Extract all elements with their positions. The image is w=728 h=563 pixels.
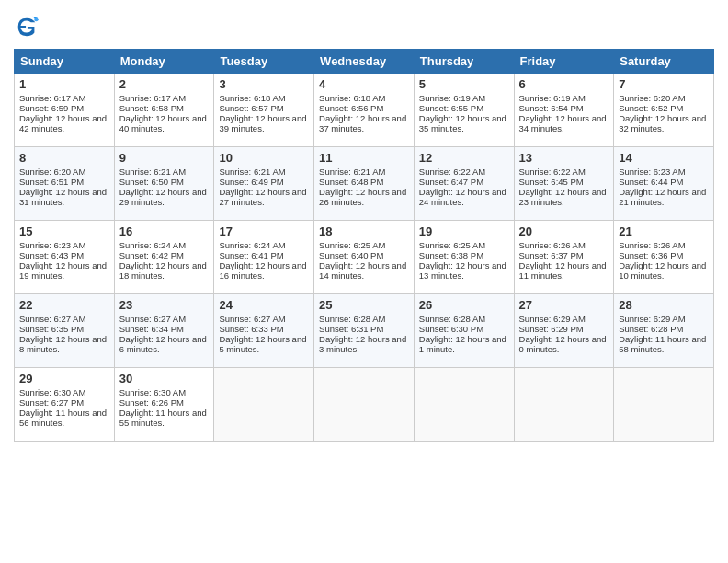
daylight-text: Daylight: 12 hours and 13 minutes. <box>419 260 506 281</box>
calendar-week-row: 15Sunrise: 6:23 AMSunset: 6:43 PMDayligh… <box>15 221 714 294</box>
sunset-text: Sunset: 6:50 PM <box>119 177 184 187</box>
calendar-day-cell: 4Sunrise: 6:18 AMSunset: 6:56 PMDaylight… <box>314 74 415 147</box>
logo-icon <box>14 14 40 40</box>
day-number: 17 <box>219 224 309 238</box>
day-number: 26 <box>419 298 509 312</box>
sunset-text: Sunset: 6:44 PM <box>619 177 683 187</box>
sunset-text: Sunset: 6:42 PM <box>119 250 184 260</box>
sunrise-text: Sunrise: 6:26 AM <box>619 240 685 250</box>
logo <box>14 14 43 40</box>
sunset-text: Sunset: 6:47 PM <box>419 177 483 187</box>
calendar-day-header: Wednesday <box>314 50 415 74</box>
calendar-day-cell <box>214 368 314 442</box>
calendar-day-cell: 22Sunrise: 6:27 AMSunset: 6:35 PMDayligh… <box>15 294 115 368</box>
calendar-day-cell: 17Sunrise: 6:24 AMSunset: 6:41 PMDayligh… <box>214 221 314 294</box>
day-number: 10 <box>219 151 309 165</box>
calendar-week-row: 1Sunrise: 6:17 AMSunset: 6:59 PMDaylight… <box>15 74 714 147</box>
day-number: 22 <box>19 298 109 312</box>
day-number: 19 <box>419 224 509 238</box>
sunrise-text: Sunrise: 6:26 AM <box>519 240 586 250</box>
sunrise-text: Sunrise: 6:18 AM <box>319 93 385 103</box>
daylight-text: Daylight: 12 hours and 18 minutes. <box>119 260 207 281</box>
sunrise-text: Sunrise: 6:21 AM <box>219 167 285 177</box>
calendar-day-cell: 26Sunrise: 6:28 AMSunset: 6:30 PMDayligh… <box>414 294 514 368</box>
day-number: 16 <box>119 224 210 238</box>
sunset-text: Sunset: 6:40 PM <box>319 250 383 260</box>
sunset-text: Sunset: 6:48 PM <box>319 177 383 187</box>
calendar-day-cell: 19Sunrise: 6:25 AMSunset: 6:38 PMDayligh… <box>414 221 514 294</box>
sunrise-text: Sunrise: 6:29 AM <box>519 314 586 324</box>
day-number: 25 <box>319 298 409 312</box>
calendar-day-cell: 9Sunrise: 6:21 AMSunset: 6:50 PMDaylight… <box>114 147 214 221</box>
day-number: 12 <box>419 151 509 165</box>
calendar-day-cell: 16Sunrise: 6:24 AMSunset: 6:42 PMDayligh… <box>114 221 214 294</box>
day-number: 27 <box>519 298 609 312</box>
day-number: 1 <box>19 77 109 91</box>
calendar-day-cell: 23Sunrise: 6:27 AMSunset: 6:34 PMDayligh… <box>114 294 214 368</box>
calendar-day-cell: 25Sunrise: 6:28 AMSunset: 6:31 PMDayligh… <box>314 294 415 368</box>
sunset-text: Sunset: 6:36 PM <box>619 250 683 260</box>
day-number: 7 <box>619 77 709 91</box>
calendar-week-row: 8Sunrise: 6:20 AMSunset: 6:51 PMDaylight… <box>15 147 714 221</box>
calendar-day-cell: 13Sunrise: 6:22 AMSunset: 6:45 PMDayligh… <box>514 147 614 221</box>
sunrise-text: Sunrise: 6:30 AM <box>119 387 186 397</box>
sunrise-text: Sunrise: 6:28 AM <box>419 314 485 324</box>
calendar-day-cell: 15Sunrise: 6:23 AMSunset: 6:43 PMDayligh… <box>15 221 115 294</box>
calendar-day-cell: 21Sunrise: 6:26 AMSunset: 6:36 PMDayligh… <box>614 221 714 294</box>
calendar-week-row: 29Sunrise: 6:30 AMSunset: 6:27 PMDayligh… <box>15 368 714 442</box>
daylight-text: Daylight: 12 hours and 42 minutes. <box>19 113 107 133</box>
sunset-text: Sunset: 6:45 PM <box>519 177 584 187</box>
daylight-text: Daylight: 11 hours and 58 minutes. <box>619 334 706 354</box>
day-number: 8 <box>19 151 109 165</box>
daylight-text: Daylight: 12 hours and 29 minutes. <box>119 187 207 207</box>
sunrise-text: Sunrise: 6:23 AM <box>619 167 685 177</box>
sunset-text: Sunset: 6:35 PM <box>19 324 84 334</box>
calendar-day-header: Tuesday <box>214 50 314 74</box>
daylight-text: Daylight: 12 hours and 26 minutes. <box>319 187 406 207</box>
sunrise-text: Sunrise: 6:28 AM <box>319 314 385 324</box>
calendar-day-cell: 24Sunrise: 6:27 AMSunset: 6:33 PMDayligh… <box>214 294 314 368</box>
calendar-day-cell <box>414 368 514 442</box>
day-number: 13 <box>519 151 609 165</box>
day-number: 3 <box>219 77 309 91</box>
daylight-text: Daylight: 12 hours and 27 minutes. <box>219 187 306 207</box>
daylight-text: Daylight: 12 hours and 5 minutes. <box>219 334 306 354</box>
day-number: 24 <box>219 298 309 312</box>
daylight-text: Daylight: 12 hours and 31 minutes. <box>19 187 107 207</box>
sunrise-text: Sunrise: 6:17 AM <box>19 93 85 103</box>
calendar-day-cell <box>514 368 614 442</box>
sunset-text: Sunset: 6:51 PM <box>19 177 84 187</box>
calendar-day-cell: 11Sunrise: 6:21 AMSunset: 6:48 PMDayligh… <box>314 147 415 221</box>
sunset-text: Sunset: 6:38 PM <box>419 250 483 260</box>
sunset-text: Sunset: 6:57 PM <box>219 103 283 113</box>
sunset-text: Sunset: 6:52 PM <box>619 103 683 113</box>
calendar-day-cell: 18Sunrise: 6:25 AMSunset: 6:40 PMDayligh… <box>314 221 415 294</box>
header <box>14 14 714 40</box>
day-number: 2 <box>119 77 210 91</box>
sunrise-text: Sunrise: 6:24 AM <box>119 240 186 250</box>
day-number: 14 <box>619 151 709 165</box>
sunrise-text: Sunrise: 6:25 AM <box>419 240 485 250</box>
calendar-day-cell <box>314 368 415 442</box>
calendar-week-row: 22Sunrise: 6:27 AMSunset: 6:35 PMDayligh… <box>15 294 714 368</box>
day-number: 11 <box>319 151 409 165</box>
daylight-text: Daylight: 12 hours and 19 minutes. <box>19 260 107 281</box>
daylight-text: Daylight: 12 hours and 39 minutes. <box>219 113 306 133</box>
day-number: 9 <box>119 151 210 165</box>
sunset-text: Sunset: 6:58 PM <box>119 103 184 113</box>
sunrise-text: Sunrise: 6:27 AM <box>119 314 186 324</box>
sunrise-text: Sunrise: 6:29 AM <box>619 314 685 324</box>
daylight-text: Daylight: 12 hours and 23 minutes. <box>519 187 607 207</box>
sunset-text: Sunset: 6:54 PM <box>519 103 584 113</box>
page: SundayMondayTuesdayWednesdayThursdayFrid… <box>0 0 728 563</box>
daylight-text: Daylight: 12 hours and 6 minutes. <box>119 334 207 354</box>
daylight-text: Daylight: 11 hours and 55 minutes. <box>119 408 207 428</box>
sunset-text: Sunset: 6:30 PM <box>419 324 483 334</box>
sunrise-text: Sunrise: 6:18 AM <box>219 93 285 103</box>
day-number: 30 <box>119 372 210 385</box>
daylight-text: Daylight: 12 hours and 1 minute. <box>419 334 506 354</box>
sunrise-text: Sunrise: 6:22 AM <box>519 167 586 177</box>
sunset-text: Sunset: 6:41 PM <box>219 250 283 260</box>
daylight-text: Daylight: 12 hours and 16 minutes. <box>219 260 306 281</box>
sunset-text: Sunset: 6:26 PM <box>119 397 184 408</box>
